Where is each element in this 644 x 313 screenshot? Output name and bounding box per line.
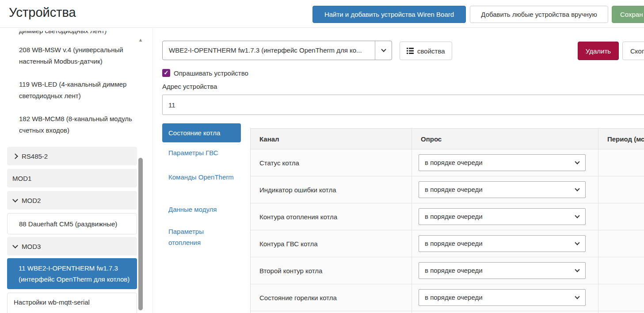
period-cell [598,203,644,230]
sidebar-item-label: 11 WBE2-I-OPENTHERM fw1.7.3 (интерфейс O… [19,264,130,283]
sidebar-group-mod3[interactable]: MOD3 [7,237,137,256]
sidebar-group-label: MOD2 [22,197,41,204]
channel-name: Второй контур котла [251,257,412,284]
sidebar-item-label: Настройки wb-mqtt-serial [14,298,90,306]
column-header-channel: Канал [251,129,412,149]
device-select-value: WBE2-I-OPENTHERM fw1.7.3 (интерфейс Open… [169,41,368,60]
period-cell [598,176,644,203]
poll-cell: в порядке очереди [412,203,598,230]
tab-heating-params[interactable]: Параметры отопления [162,226,237,248]
device-address-label: Адрес устройства [162,83,217,90]
sidebar-group-label: MOD3 [22,243,41,250]
sidebar-item-device[interactable]: 88 Dauerhaft CM5 (раздвижные) [7,213,137,234]
tab-dhw-params[interactable]: Параметры ГВС [162,147,237,158]
chevron-down-icon [381,47,386,52]
channel-name: Контура отопления котла [251,203,412,230]
tab-opentherm-commands[interactable]: Команды OpenTherm [162,172,237,183]
delete-button[interactable]: Удалить [578,42,619,60]
find-devices-button[interactable]: Найти и добавить устройства Wiren Board [312,6,466,23]
table-row: Индикатор ошибки котла в порядке очереди [251,176,644,203]
add-manual-button[interactable]: Добавить любые устройства вручную [470,6,608,23]
device-sidebar: диммер светодиодных лент) 208 WB-MSW v.4… [7,31,137,313]
properties-button[interactable]: свойства [400,42,452,60]
poll-select[interactable]: в порядке очереди [419,181,586,198]
poll-select[interactable]: в порядке очереди [419,154,586,171]
column-header-poll: Опрос [412,129,598,149]
sidebar-item-label: 88 Dauerhaft CM5 (раздвижные) [19,220,117,228]
period-cell [598,230,644,257]
tab-boiler-state[interactable]: Состояние котла [162,123,241,142]
poll-device-checkbox[interactable]: ✓ [162,69,170,77]
page-title: Устройства [9,5,76,20]
sidebar-group-label: RS485-2 [22,153,48,160]
table-row: Состояние горелки котла в порядке очеред… [251,284,644,311]
channel-name: Индикатор ошибки котла [251,176,412,203]
list-icon [407,48,414,54]
sidebar-group-mod2[interactable]: MOD2 [7,191,137,210]
poll-cell: в порядке очереди [412,176,598,203]
table-header-row: Канал Опрос Период (мс) [251,129,644,149]
device-panel: WBE2-I-OPENTHERM fw1.7.3 (интерфейс Open… [152,28,644,313]
table-row-partial [251,311,644,313]
select-chevron-box [375,41,392,60]
devices-page: Устройства Найти и добавить устройства W… [0,0,644,313]
poll-select[interactable]: в порядке очереди [419,262,586,279]
sidebar-item-label: диммер светодиодных лент) [19,31,107,34]
chevron-down-icon [575,186,579,191]
poll-select-value: в порядке очереди [425,263,483,279]
device-select[interactable]: WBE2-I-OPENTHERM fw1.7.3 (интерфейс Open… [162,41,392,60]
poll-cell: в порядке очереди [412,149,598,176]
sidebar-item-device[interactable]: 182 WB-MCM8 (8-канальный модуль счетных … [7,113,137,136]
poll-select[interactable]: в порядке очереди [419,208,586,225]
poll-select-value: в порядке очереди [425,209,483,225]
channel-name: Состояние горелки котла [251,284,412,311]
sidebar-group-mod1[interactable]: MOD1 [7,169,137,187]
sidebar-item-device[interactable]: 119 WB-LED (4-канальный диммер светодиод… [7,79,137,102]
poll-select[interactable]: в порядке очереди [419,289,586,306]
table-row: Второй контур котла в порядке очереди [251,257,644,284]
chevron-down-icon [12,243,18,248]
copy-button[interactable]: Скоп [622,42,644,60]
sidebar-group-label: MOD1 [12,175,31,182]
properties-button-label: свойства [417,47,445,55]
tab-module-data[interactable]: Данные модуля [162,204,237,215]
poll-select-value: в порядке очереди [425,236,483,252]
period-cell [598,257,644,284]
sidebar-item-clipped[interactable]: диммер светодиодных лент) [7,31,137,39]
poll-select[interactable]: в порядке очереди [419,235,586,252]
period-cell [598,149,644,176]
chevron-down-icon [575,240,579,245]
sidebar-scrollbar[interactable]: ▲ [137,31,144,313]
chevron-down-icon [575,213,579,218]
sidebar-item-label: 182 WB-MCM8 (8-канальный модуль счетных … [19,115,132,134]
device-address-input[interactable] [162,95,644,115]
poll-select-value: в порядке очереди [425,155,483,171]
chevron-down-icon [12,197,18,202]
period-cell [598,284,644,311]
poll-cell: в порядке очереди [412,284,598,311]
sidebar-item-label: 208 WB-MSW v.4 (универсальный настенный … [19,46,123,65]
poll-cell: в порядке очереди [412,257,598,284]
sidebar-item-label: 119 WB-LED (4-канальный диммер светодиод… [19,80,126,99]
sidebar-item-device-selected[interactable]: 11 WBE2-I-OPENTHERM fw1.7.3 (интерфейс O… [7,258,137,289]
sidebar-group-rs485-2[interactable]: RS485-2 [7,147,137,165]
poll-device-label: Опрашивать устройство [174,69,248,77]
channel-name: Статус котла [251,149,412,176]
poll-cell: в порядке очереди [412,230,598,257]
poll-select-value: в порядке очереди [425,290,483,305]
chevron-down-icon [575,294,579,299]
column-header-period: Период (мс) [598,129,644,149]
scroll-up-icon[interactable]: ▲ [137,37,144,42]
page-header: Устройства Найти и добавить устройства W… [0,0,644,28]
scrollbar-thumb[interactable] [138,158,143,310]
table-row: Контура отопления котла в порядке очеред… [251,203,644,230]
poll-select-value: в порядке очереди [425,182,483,198]
chevron-down-icon [575,267,579,272]
sidebar-item-settings[interactable]: Настройки wb-mqtt-serial [7,293,137,313]
chevron-down-icon [575,159,579,164]
save-button[interactable]: Сохран [612,6,644,23]
sidebar-item-device[interactable]: 208 WB-MSW v.4 (универсальный настенный … [7,44,137,67]
chevron-right-icon [12,153,18,159]
table-row: Контура ГВС котла в порядке очереди [251,230,644,257]
channels-table: Канал Опрос Период (мс) Статус котла в п… [250,128,644,313]
